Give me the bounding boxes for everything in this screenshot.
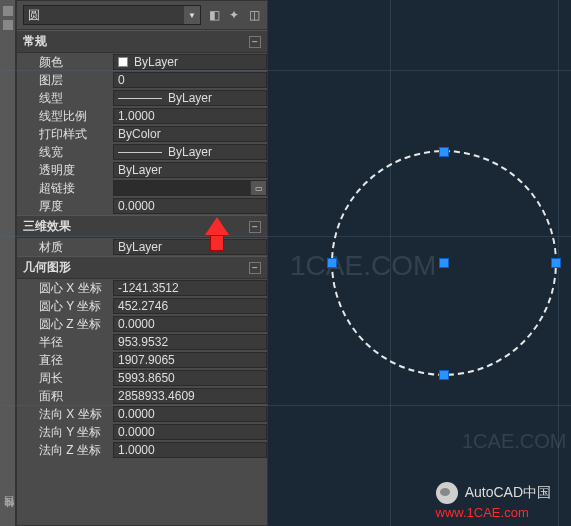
expand-icon[interactable]: [3, 20, 13, 30]
section-3d-title: 三维效果: [23, 218, 71, 235]
label-plotstyle: 打印样式: [17, 126, 113, 143]
label-thickness: 厚度: [17, 198, 113, 215]
label-ny: 法向 Y 坐标: [17, 424, 113, 441]
pick-add-icon[interactable]: ✦: [227, 8, 241, 22]
object-type-selector[interactable]: 圆 ▼: [23, 5, 201, 25]
value-nz[interactable]: 1.0000: [113, 442, 267, 458]
label-circumference: 周长: [17, 370, 113, 387]
value-nx[interactable]: 0.0000: [113, 406, 267, 422]
section-3d-header[interactable]: 三维效果 −: [17, 215, 267, 238]
section-general-header[interactable]: 常规 −: [17, 30, 267, 53]
value-ny[interactable]: 0.0000: [113, 424, 267, 440]
callout-arrow: [205, 217, 229, 251]
section-geometry-title: 几何图形: [23, 259, 71, 276]
collapse-icon[interactable]: −: [249, 262, 261, 274]
collapse-icon[interactable]: −: [249, 36, 261, 48]
site-url: www.1CAE.com: [436, 505, 529, 520]
value-thickness[interactable]: 0.0000: [113, 198, 267, 214]
value-area[interactable]: 2858933.4609: [113, 388, 267, 404]
value-linetype[interactable]: ByLayer: [113, 90, 267, 106]
value-layer[interactable]: 0: [113, 72, 267, 88]
center-grip[interactable]: [439, 258, 449, 268]
label-color: 颜色: [17, 54, 113, 71]
quick-select-icon[interactable]: ◧: [207, 8, 221, 22]
label-linetype: 线型: [17, 90, 113, 107]
value-circumference[interactable]: 5993.8650: [113, 370, 267, 386]
section-general-title: 常规: [23, 33, 47, 50]
value-cz[interactable]: 0.0000: [113, 316, 267, 332]
label-diameter: 直径: [17, 352, 113, 369]
value-color[interactable]: ByLayer: [113, 54, 267, 70]
label-cy: 圆心 Y 坐标: [17, 298, 113, 315]
chevron-down-icon[interactable]: ▼: [184, 6, 200, 24]
grid-line: [0, 405, 571, 406]
panel-header: 圆 ▼ ◧ ✦ ◫: [17, 1, 267, 30]
linetype-sample-icon: [118, 98, 162, 99]
quadrant-grip-left[interactable]: [327, 258, 337, 268]
label-transparency: 透明度: [17, 162, 113, 179]
value-radius[interactable]: 953.9532: [113, 334, 267, 350]
label-layer: 图层: [17, 72, 113, 89]
quadrant-grip-top[interactable]: [439, 147, 449, 157]
sync-icon[interactable]: ◫: [247, 8, 261, 22]
section-geometry-header[interactable]: 几何图形 −: [17, 256, 267, 279]
value-lineweight[interactable]: ByLayer: [113, 144, 267, 160]
object-type-value: 圆: [28, 7, 40, 24]
color-swatch-icon: [118, 57, 128, 67]
label-radius: 半径: [17, 334, 113, 351]
label-hyperlink: 超链接: [17, 180, 113, 197]
grid-line: [0, 70, 571, 71]
value-cy[interactable]: 452.2746: [113, 298, 267, 314]
wechat-icon: [436, 482, 458, 504]
label-material: 材质: [17, 239, 113, 256]
pin-icon[interactable]: [3, 6, 13, 16]
quadrant-grip-right[interactable]: [551, 258, 561, 268]
hyperlink-browse-icon[interactable]: ▭: [250, 181, 266, 195]
value-plotstyle[interactable]: ByColor: [113, 126, 267, 142]
value-ltscale[interactable]: 1.0000: [113, 108, 267, 124]
palette-rail: 特性 国: [0, 0, 16, 526]
collapse-icon[interactable]: −: [249, 221, 261, 233]
label-ltscale: 线型比例: [17, 108, 113, 125]
label-nx: 法向 X 坐标: [17, 406, 113, 423]
brand-text: AutoCAD中国: [465, 484, 551, 500]
label-cz: 圆心 Z 坐标: [17, 316, 113, 333]
value-hyperlink[interactable]: ▭: [113, 180, 267, 196]
value-transparency[interactable]: ByLayer: [113, 162, 267, 178]
label-nz: 法向 Z 坐标: [17, 442, 113, 459]
value-cx[interactable]: -1241.3512: [113, 280, 267, 296]
value-diameter[interactable]: 1907.9065: [113, 352, 267, 368]
label-cx: 圆心 X 坐标: [17, 280, 113, 297]
label-area: 面积: [17, 388, 113, 405]
watermark: 1CAE.COM: [462, 430, 566, 453]
label-lineweight: 线宽: [17, 144, 113, 161]
value-material[interactable]: ByLayer: [113, 239, 267, 255]
footer-brand: AutoCAD中国 www.1CAE.com: [436, 482, 551, 520]
lineweight-sample-icon: [118, 152, 162, 153]
quadrant-grip-bottom[interactable]: [439, 370, 449, 380]
properties-panel: 圆 ▼ ◧ ✦ ◫ 常规 − 颜色ByLayer 图层0 线型ByLayer 线…: [16, 0, 268, 526]
